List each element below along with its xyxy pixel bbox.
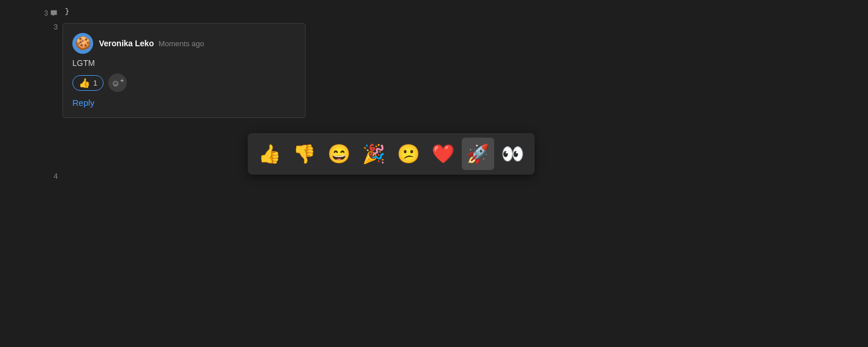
thumbs-up-reaction[interactable]: 👍 1 — [72, 75, 104, 91]
code-line-3: } — [62, 5, 868, 17]
comment-meta: Veronika Leko Moments ago — [99, 39, 204, 48]
emoji-thumbs-down[interactable]: 👎 — [288, 138, 321, 170]
code-area: } 🍪 Veronika Leko Moments ago LGTM 👍 1 ☺… — [62, 0, 868, 347]
add-reaction-icon: ☺ — [111, 78, 120, 88]
emoji-confused-face[interactable]: 😕 — [392, 138, 425, 170]
comment-count: 3 — [44, 9, 48, 17]
comment-count-badge[interactable]: 3 — [44, 9, 58, 17]
add-reaction-button[interactable]: ☺+ — [108, 73, 127, 92]
comment-icon — [50, 9, 58, 17]
comment-header: 🍪 Veronika Leko Moments ago — [72, 33, 296, 54]
timestamp: Moments ago — [159, 39, 204, 48]
emoji-red-heart[interactable]: ❤️ — [427, 138, 459, 170]
avatar-emoji: 🍪 — [75, 37, 91, 50]
comment-body: LGTM — [72, 58, 296, 68]
line-number-4: 4 — [49, 172, 58, 181]
reply-link[interactable]: Reply — [72, 98, 94, 108]
emoji-eyes[interactable]: 👀 — [496, 138, 529, 170]
line-gutter: 3 3 4 — [0, 0, 62, 347]
comment-panel: 🍪 Veronika Leko Moments ago LGTM 👍 1 ☺+ … — [62, 23, 306, 118]
line-number-3: 3 — [49, 23, 58, 32]
emoji-party-popper[interactable]: 🎉 — [358, 138, 390, 170]
emoji-grinning-face[interactable]: 😄 — [323, 138, 355, 170]
code-line-3-text: } — [65, 7, 69, 16]
reaction-emoji: 👍 — [79, 77, 90, 88]
comment-reactions: 👍 1 ☺+ — [72, 73, 296, 92]
avatar: 🍪 — [72, 33, 93, 54]
emoji-thumbs-up[interactable]: 👍 — [253, 138, 286, 170]
emoji-picker: 👍 👎 😄 🎉 😕 ❤️ 🚀 👀 — [248, 133, 535, 175]
emoji-rocket[interactable]: 🚀 — [462, 138, 494, 170]
reaction-count: 1 — [93, 79, 97, 87]
author-name: Veronika Leko — [99, 39, 154, 48]
add-reaction-plus: + — [120, 77, 124, 84]
